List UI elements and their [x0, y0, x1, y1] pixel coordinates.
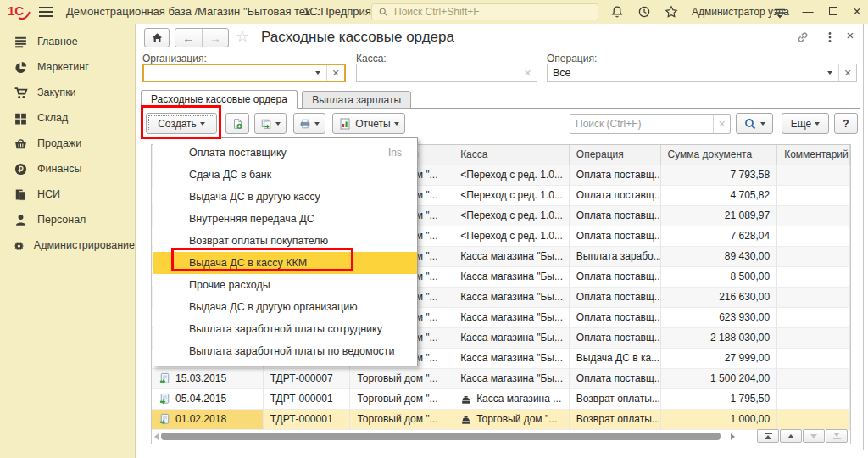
table-cell[interactable]: 05.04.2015 [152, 389, 264, 410]
menu-item[interactable]: Выдача ДС в кассу ККМ [153, 252, 417, 274]
table-cell[interactable]: 216 630,00 [661, 288, 778, 308]
notifications-bell-icon[interactable] [610, 5, 624, 19]
column-header[interactable]: Касса [453, 145, 570, 165]
minimize-button[interactable]: — [798, 0, 817, 24]
table-cell[interactable]: 623 930,00 [661, 308, 778, 328]
sidebar-item-персонал[interactable]: Персонал [0, 207, 135, 232]
table-cell[interactable]: Возврат оплаты... [570, 389, 661, 410]
table-cell[interactable]: Торговый дом "... [350, 389, 453, 410]
table-row[interactable]: 05.04.2015ТДРТ-000001Торговый дом "...Ка… [152, 389, 850, 410]
table-cell[interactable]: <Переход с ред. 1.0... [453, 165, 570, 186]
table-cell[interactable]: 1 000,00 [661, 410, 778, 430]
table-cell[interactable]: Оплата поставщ... [570, 288, 661, 308]
table-cell[interactable]: 15.03.2015 [152, 369, 264, 389]
org-clear-button[interactable]: ✕ [326, 65, 344, 81]
table-cell[interactable] [777, 389, 850, 410]
home-button[interactable] [144, 28, 170, 47]
operation-clear-button[interactable]: ✕ [838, 64, 856, 81]
add-favorite-star-icon[interactable]: ☆ [236, 27, 249, 46]
menu-item[interactable]: Выплата заработной платы сотруднику [153, 318, 417, 340]
column-header[interactable]: Комментарий [777, 145, 850, 165]
table-cell[interactable]: Касса магазина "Бы... [453, 288, 570, 308]
table-cell[interactable]: 2 188 030,00 [661, 328, 778, 349]
more-actions-button[interactable]: Еще [782, 113, 829, 134]
sidebar-item-склад[interactable]: Склад [0, 105, 135, 131]
table-cell[interactable]: Оплата поставщ... [570, 328, 661, 349]
table-cell[interactable]: 4 705,82 [661, 186, 778, 206]
table-cell[interactable]: ТДРТ-000001 [264, 389, 351, 410]
menu-item[interactable]: Выплата заработной платы по ведомости [153, 340, 417, 362]
table-cell[interactable]: Касса магазина "Бы... [453, 328, 570, 349]
help-button[interactable]: ? [834, 113, 858, 134]
get-link-icon[interactable] [795, 31, 810, 44]
table-cell[interactable] [777, 165, 850, 186]
sidebar-item-администрирование[interactable]: Администрирование [0, 232, 135, 258]
table-cell[interactable]: Касса магазина "Бы... [453, 349, 570, 369]
tab-salary-payment[interactable]: Выплата зарплаты [302, 91, 411, 109]
hscroll-left-arrow[interactable] [154, 433, 159, 440]
print-button[interactable] [293, 113, 326, 134]
tab-cash-orders[interactable]: Расходные кассовые ордера [141, 90, 298, 109]
org-filter-input[interactable] [144, 67, 309, 79]
table-cell[interactable] [777, 328, 850, 349]
copy-new-document-button[interactable] [225, 113, 249, 134]
menu-item[interactable]: Оплата поставщикуIns [153, 142, 417, 164]
hscroll-right-arrow[interactable] [731, 433, 735, 440]
table-cell[interactable]: Оплата поставщ... [570, 206, 661, 226]
table-cell[interactable]: <Переход с ред. 1.0... [453, 226, 570, 247]
table-cell[interactable]: Торговый дом "... [350, 410, 453, 430]
kassa-clear-button[interactable]: ✕ [519, 64, 537, 81]
table-cell[interactable]: Касса магазина "Бы... [453, 267, 570, 288]
table-cell[interactable]: Торговый дом "... [453, 410, 570, 430]
go-previous-page-button[interactable] [780, 429, 802, 443]
back-button[interactable]: ← [175, 29, 203, 47]
menu-item[interactable]: Прочие расходы [153, 274, 417, 296]
table-cell[interactable] [777, 288, 850, 308]
history-icon[interactable] [637, 5, 651, 19]
table-cell[interactable]: 7 793,58 [661, 165, 778, 186]
go-last-row-button[interactable] [826, 429, 848, 443]
menu-item[interactable]: Внутренняя передача ДС [153, 208, 417, 230]
table-cell[interactable]: <Переход с ред. 1.0... [453, 206, 570, 226]
table-cell[interactable]: 7 628,04 [661, 226, 778, 247]
go-next-page-button[interactable] [803, 429, 825, 443]
menu-item[interactable]: Возврат оплаты покупателю [153, 230, 417, 252]
table-cell[interactable] [777, 349, 850, 369]
table-cell[interactable]: ТДРТ-000001 [264, 410, 351, 430]
table-cell[interactable]: Оплата поставщ... [570, 165, 661, 186]
close-app-button[interactable]: × [848, 0, 866, 24]
sidebar-item-продажи[interactable]: Продажи [0, 131, 135, 156]
table-cell[interactable]: Касса магазина "Бы... [453, 308, 570, 328]
horizontal-scrollbar-thumb[interactable] [161, 433, 721, 440]
kassa-filter-input[interactable] [357, 67, 519, 79]
close-form-icon[interactable]: × [843, 28, 858, 42]
table-cell[interactable]: Оплата поставщ... [570, 226, 661, 247]
table-cell[interactable] [777, 369, 850, 389]
global-search-input[interactable] [392, 5, 565, 19]
table-cell[interactable]: 1 500 204,00 [661, 369, 778, 389]
table-cell[interactable]: Оплата поставщ... [570, 308, 661, 328]
kassa-filter-field[interactable]: ✕ [356, 64, 537, 82]
favorites-star-icon[interactable] [665, 5, 678, 19]
org-dropdown-button[interactable] [309, 65, 326, 81]
org-filter-field[interactable]: ✕ [142, 64, 346, 82]
table-cell[interactable] [777, 206, 850, 226]
list-search-input[interactable] [570, 118, 713, 130]
sidebar-item-финансы[interactable]: ₽Финансы [0, 156, 135, 182]
copy-document-button[interactable] [254, 113, 287, 134]
list-search-field[interactable]: ✕ [570, 114, 731, 134]
global-search-box[interactable] [371, 3, 598, 20]
table-row[interactable]: 15.03.2015ТДРТ-000007Торговый дом "...Ка… [152, 369, 850, 389]
menu-item[interactable]: Сдача ДС в банк [153, 164, 417, 186]
table-cell[interactable]: 89 430,00 [661, 247, 778, 267]
table-cell[interactable]: 27 999,00 [661, 349, 778, 369]
table-cell[interactable]: Оплата поставщ... [570, 186, 661, 206]
table-cell[interactable]: 01.02.2018 [152, 410, 264, 430]
sidebar-item-нси[interactable]: НСИ [0, 182, 135, 207]
sidebar-item-главное[interactable]: Главное [0, 29, 135, 54]
table-cell[interactable] [777, 186, 850, 206]
menu-item[interactable]: Выдача ДС в другую кассу [153, 186, 417, 208]
table-cell[interactable]: 8 500,00 [661, 267, 778, 288]
table-cell[interactable]: <Переход с ред. 1.0... [453, 186, 570, 206]
column-header[interactable]: Сумма документа [661, 145, 778, 165]
